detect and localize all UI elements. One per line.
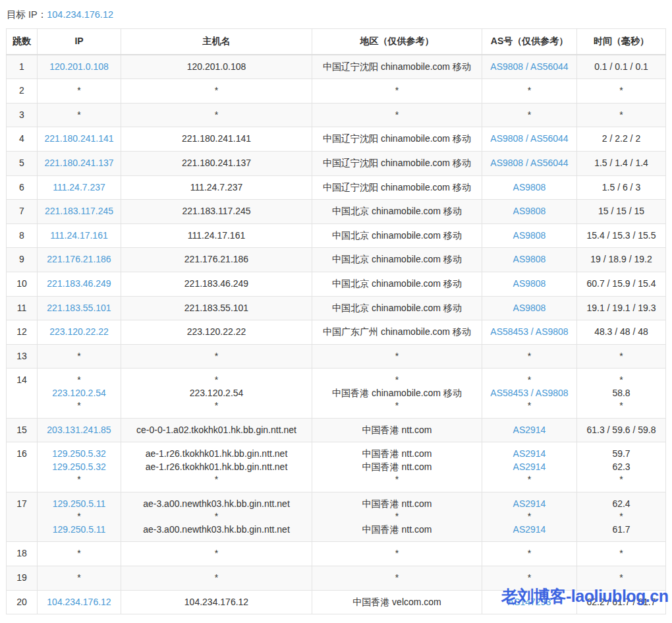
cell-line: * [124, 84, 309, 98]
cell-line: * [485, 350, 574, 363]
cell-line: 中国北京 chinamobile.com 移动 [315, 253, 479, 266]
as-number-link[interactable]: AS9808 [513, 278, 546, 289]
ip-link[interactable]: 120.201.0.108 [49, 61, 109, 72]
table-row: 15203.131.241.85ce-0-0-1.a02.tkokhk01.hk… [7, 418, 666, 442]
time-cell: * [577, 103, 666, 127]
cell-line: 111.24.7.237 [40, 181, 118, 194]
cell-line: * [485, 547, 574, 560]
asn-cell: AS9808 / AS56044 [482, 151, 577, 175]
as-number-link[interactable]: AS2914 [513, 498, 546, 509]
ip-link[interactable]: 221.176.21.186 [47, 254, 111, 264]
ip-link[interactable]: 221.183.55.101 [47, 303, 111, 313]
hop-number-cell: 6 [7, 175, 38, 200]
cell-line: * [485, 400, 574, 413]
ip-cell: * [38, 566, 121, 591]
as-number-link[interactable]: AS58453 / AS9808 [490, 326, 568, 337]
table-header-row: 跳数 IP 主机名 地区（仅供参考） AS号（仅供参考） 时间（毫秒） [7, 29, 666, 55]
ip-link[interactable]: 223.120.22.22 [49, 326, 109, 337]
asn-cell: AS9808 / AS56044 [482, 55, 577, 79]
ip-link[interactable]: 223.120.2.54 [52, 388, 106, 398]
cell-line: 223.120.2.54 [124, 387, 309, 400]
ip-link[interactable]: 221.183.117.245 [45, 206, 113, 216]
cell-line: * [124, 473, 309, 487]
ip-cell: * [38, 79, 121, 104]
as-number-link[interactable]: AS2914 [513, 461, 546, 472]
cell-line: * [124, 109, 309, 122]
ip-link[interactable]: 111.24.7.237 [53, 182, 105, 193]
ip-link[interactable]: 221.180.241.141 [44, 133, 113, 144]
as-number-link[interactable]: AS9808 [513, 182, 546, 193]
hop-number-cell: 3 [7, 103, 38, 127]
cell-line: 中国北京 chinamobile.com 移动 [315, 229, 479, 243]
column-header-hop: 跳数 [7, 29, 38, 55]
cell-line: 221.183.46.249 [40, 278, 118, 291]
time-cell: *58.8* [577, 369, 666, 419]
as-number-link[interactable]: AS9808 / AS56044 [490, 61, 568, 72]
cell-line: 中国香港 ntt.com [315, 523, 479, 537]
ip-cell: 221.176.21.186 [38, 248, 121, 272]
time-cell: * [577, 542, 666, 566]
cell-line: AS9808 [485, 302, 574, 315]
target-ip-value[interactable]: 104.234.176.12 [47, 9, 113, 20]
time-cell: 15.4 / 15.3 / 15.5 [577, 223, 666, 248]
ip-link[interactable]: 203.131.241.85 [47, 425, 111, 435]
as-number-link[interactable]: AS2914 [513, 524, 546, 535]
as-number-link[interactable]: AS9808 [513, 230, 546, 241]
hop-number-cell: 13 [7, 344, 38, 369]
host-cell: 111.24.17.161 [121, 223, 312, 248]
region-cell: 中国北京 chinamobile.com 移动 [312, 296, 482, 320]
ip-link[interactable]: 129.250.5.32 [52, 461, 106, 472]
table-row: 10221.183.46.249221.183.46.249中国北京 china… [7, 272, 666, 296]
ip-link[interactable]: 111.24.17.161 [50, 230, 107, 241]
cell-line: AS9808 / AS56044 [485, 61, 574, 74]
ip-link[interactable]: 221.183.46.249 [47, 278, 111, 289]
ip-link[interactable]: 221.180.241.137 [44, 158, 113, 168]
as-number-link[interactable]: AS58453 / AS9808 [490, 388, 568, 398]
cell-line: 中国广东广州 chinamobile.com 移动 [315, 326, 479, 339]
as-number-link[interactable]: AS9808 / AS56044 [490, 158, 568, 168]
as-number-link[interactable]: AS9808 [513, 254, 546, 264]
cell-line: 129.250.5.11 [40, 498, 118, 511]
cell-line: 129.250.5.11 [40, 523, 118, 537]
ip-link[interactable]: 129.250.5.11 [53, 498, 106, 509]
host-cell: 120.201.0.108 [121, 55, 312, 79]
cell-line: AS9808 [485, 278, 574, 291]
ip-cell: 111.24.17.161 [38, 223, 121, 248]
cell-line: 中国香港 velcom.com [315, 596, 479, 609]
cell-line: * [124, 400, 309, 413]
host-cell: 111.24.7.237 [121, 175, 312, 200]
ip-link[interactable]: 129.250.5.32 [52, 448, 106, 459]
cell-line: 0.1 / 0.1 / 0.1 [580, 61, 663, 74]
ip-link[interactable]: 129.250.5.11 [53, 524, 106, 535]
host-cell: * [121, 566, 312, 591]
table-row: 8111.24.17.161111.24.17.161中国北京 chinamob… [7, 223, 666, 248]
as-number-link[interactable]: AS2914 [513, 448, 546, 459]
cell-line: ae-3.a00.newthk03.hk.bb.gin.ntt.net [124, 523, 309, 537]
cell-line: AS9808 / AS56044 [485, 157, 574, 170]
cell-line: 中国香港 chinamobile.com 移动 [315, 387, 479, 400]
cell-line: 62.4 [580, 498, 663, 511]
ip-link[interactable]: 104.234.176.12 [47, 597, 111, 607]
host-cell: ae-3.a00.newthk03.hk.bb.gin.ntt.net*ae-3… [121, 492, 312, 542]
region-cell: 中国北京 chinamobile.com 移动 [312, 272, 482, 296]
as-number-link[interactable]: AS2914 [513, 425, 546, 435]
cell-line: 2 / 2.2 / 2 [580, 133, 663, 146]
cell-line: * [124, 510, 309, 523]
ip-cell: 221.183.55.101 [38, 296, 121, 320]
cell-line: * [40, 473, 118, 487]
as-number-link[interactable]: AS9808 [513, 206, 546, 216]
table-row: 1120.201.0.108120.201.0.108中国辽宁沈阳 chinam… [7, 55, 666, 79]
asn-cell: AS58453 / AS9808 [482, 320, 577, 345]
cell-line: * [124, 572, 309, 585]
region-cell: 中国香港 ntt.com [312, 418, 482, 442]
cell-line: 111.24.7.237 [124, 181, 309, 194]
hop-number-cell: 14 [7, 369, 38, 419]
as-number-link[interactable]: AS9808 [513, 303, 546, 313]
site-watermark: 老刘博客-laoliublog.cn [501, 585, 669, 607]
ip-cell: *223.120.2.54* [38, 369, 121, 419]
table-row: 12223.120.22.22223.120.22.22中国广东广州 china… [7, 320, 666, 345]
region-cell: 中国香港 velcom.com [312, 590, 482, 614]
cell-line: 中国辽宁沈阳 chinamobile.com 移动 [315, 181, 479, 194]
as-number-link[interactable]: AS9808 / AS56044 [490, 133, 568, 144]
hop-number-cell: 7 [7, 200, 38, 224]
